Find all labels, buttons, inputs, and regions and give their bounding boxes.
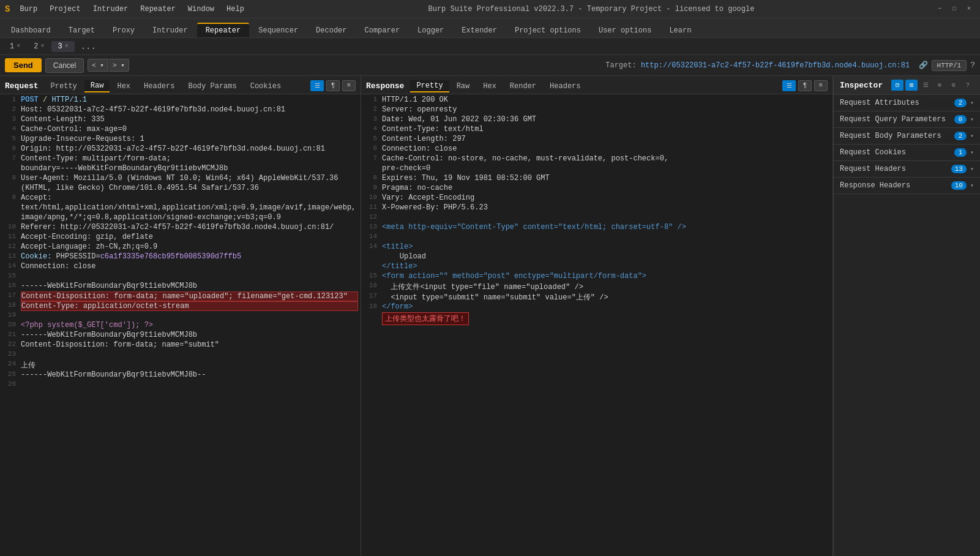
help-button[interactable]: ? xyxy=(970,61,975,70)
response-tab-render[interactable]: Render xyxy=(504,81,542,92)
nav-tab-decoder[interactable]: Decoder xyxy=(307,24,355,37)
tab-close-icon[interactable]: × xyxy=(65,43,69,50)
line-number xyxy=(2,164,16,174)
response-line: 14 xyxy=(361,233,832,242)
nav-tab-comparer[interactable]: Comparer xyxy=(356,24,409,37)
response-line: 5Content-Length: 297 xyxy=(361,135,832,145)
response-view-btn2[interactable]: ¶ xyxy=(798,80,812,91)
response-view-btn3[interactable]: ≡ xyxy=(814,80,828,91)
line-content: Pragma: no-cache xyxy=(382,184,830,193)
nav-tab-repeater[interactable]: Repeater xyxy=(197,23,250,37)
line-number: 12 xyxy=(2,242,16,252)
maximize-button[interactable]: □ xyxy=(948,3,960,15)
send-button[interactable]: Send xyxy=(5,58,42,72)
inspector-settings-btn[interactable]: ⚙ xyxy=(948,80,960,91)
response-panel-header: Response Pretty Raw Hex Render Headers ☰… xyxy=(361,76,832,94)
menu-item-burp[interactable]: Burp xyxy=(15,4,42,15)
line-content: Upload xyxy=(382,252,830,262)
request-tab-raw[interactable]: Raw xyxy=(84,80,110,92)
repeater-tab-3[interactable]: 3 × xyxy=(51,41,74,52)
tab-close-icon[interactable]: × xyxy=(17,43,20,50)
inspector-view-btn1[interactable]: ⊟ xyxy=(891,80,903,91)
inspector-section-request-headers[interactable]: Request Headers13▾ xyxy=(834,161,980,178)
inspector-view-btn2[interactable]: ⊠ xyxy=(905,80,918,91)
nav-prev-button[interactable]: < ▾ xyxy=(88,59,108,72)
nav-tab-target[interactable]: Target xyxy=(60,24,103,37)
repeater-tab-1[interactable]: 1 × xyxy=(4,41,26,52)
response-tab-raw[interactable]: Raw xyxy=(451,81,476,92)
repeater-tab-2[interactable]: 2 × xyxy=(28,41,50,52)
inspector-view-btn3[interactable]: ☰ xyxy=(919,80,932,91)
inspector-section-request-attributes[interactable]: Request Attributes2▾ xyxy=(834,95,980,111)
minimize-button[interactable]: − xyxy=(933,3,946,15)
nav-tab-user-options[interactable]: User options xyxy=(590,24,660,37)
tab-close-icon[interactable]: × xyxy=(40,43,44,50)
request-view-btn1[interactable]: ☰ xyxy=(310,80,324,91)
menu-item-intruder[interactable]: Intruder xyxy=(88,4,133,15)
request-tab-headers[interactable]: Headers xyxy=(138,81,181,92)
request-line: (KHTML, like Gecko) Chrome/101.0.4951.54… xyxy=(0,184,361,193)
line-content: Referer: http://05322031-a7c2-4f57-b22f-… xyxy=(21,223,358,233)
request-view-btn3[interactable]: ≡ xyxy=(342,80,356,91)
request-panel-toolbar: ☰ ¶ ≡ xyxy=(310,80,356,92)
http-version-badge[interactable]: HTTP/1 xyxy=(932,60,967,71)
nav-tab-logger[interactable]: Logger xyxy=(409,24,452,37)
line-content: Accept-Language: zh-CN,zh;q=0.9 xyxy=(21,242,358,252)
menu-item-window[interactable]: Window xyxy=(183,4,219,15)
response-tab-headers[interactable]: Headers xyxy=(544,81,586,92)
line-content: Content-Type: multipart/form-data; xyxy=(21,154,358,164)
inspector-section-request-cookies[interactable]: Request Cookies1▾ xyxy=(834,145,980,161)
target-url: Target: http://05322031-a7c2-4f57-b22f-4… xyxy=(133,61,928,70)
nav-tab-proxy[interactable]: Proxy xyxy=(104,24,143,37)
line-number: 7 xyxy=(2,154,16,164)
target-url-link[interactable]: http://05322031-a7c2-4f57-b22f-4619fe7bf… xyxy=(641,61,910,70)
line-content xyxy=(21,272,358,282)
response-line: 14<title> xyxy=(361,242,832,252)
line-number xyxy=(364,312,377,325)
chevron-down-icon: ▾ xyxy=(970,182,974,189)
request-tab-cookies[interactable]: Cookies xyxy=(244,81,287,92)
request-tab-pretty[interactable]: Pretty xyxy=(45,81,83,92)
nav-next-button[interactable]: > ▾ xyxy=(109,59,129,72)
line-content: Content-Length: 297 xyxy=(382,135,830,145)
repeater-tab-more[interactable]: ... xyxy=(76,40,101,53)
nav-tab-learn[interactable]: Learn xyxy=(660,24,700,37)
line-content: User-Agent: Mozilla/5.0 (Windows NT 10.0… xyxy=(21,174,358,184)
line-number xyxy=(2,203,16,213)
response-code-area[interactable]: 1HTTP/1.1 200 OK2Server: openresty3Date:… xyxy=(361,94,832,556)
menu-item-repeater[interactable]: Repeater xyxy=(135,4,181,15)
line-number: 1 xyxy=(2,96,16,105)
inspector-section-request-query-parameters[interactable]: Request Query Parameters0▾ xyxy=(834,111,980,128)
request-tab-bodyparams[interactable]: Body Params xyxy=(182,81,242,92)
line-number: 2 xyxy=(2,105,16,115)
inspector-section-request-body-parameters[interactable]: Request Body Parameters2▾ xyxy=(834,128,980,145)
line-content: <title> xyxy=(382,242,830,252)
response-tab-pretty[interactable]: Pretty xyxy=(410,80,449,92)
response-line: 17 <input type="submit" name="submit" va… xyxy=(361,292,832,302)
inspector-section-label: Request Attributes xyxy=(840,99,919,107)
menu-item-project[interactable]: Project xyxy=(45,4,85,15)
inspector-view-btn4[interactable]: ⊕ xyxy=(933,80,946,91)
response-tab-hex[interactable]: Hex xyxy=(477,81,503,92)
nav-tab-sequencer[interactable]: Sequencer xyxy=(250,24,307,37)
line-number: 13 xyxy=(2,252,16,262)
menu-item-help[interactable]: Help xyxy=(222,4,249,15)
line-content: Host: 05322031-a7c2-4f57-b22f-4619fe7bfb… xyxy=(21,105,358,115)
cancel-button[interactable]: Cancel xyxy=(45,58,84,73)
close-button[interactable]: × xyxy=(963,3,975,15)
inspector-help-btn[interactable]: ? xyxy=(962,80,974,91)
inspector-section-label: Request Query Parameters xyxy=(840,115,946,124)
nav-tab-project-options[interactable]: Project options xyxy=(506,24,589,37)
request-view-btn2[interactable]: ¶ xyxy=(326,80,340,91)
request-tab-hex[interactable]: Hex xyxy=(111,81,137,92)
line-number: 24 xyxy=(2,360,16,370)
line-number: 8 xyxy=(364,174,377,184)
nav-tab-extender[interactable]: Extender xyxy=(453,24,506,37)
inspector-section-response-headers[interactable]: Response Headers10▾ xyxy=(834,178,980,194)
request-code-area[interactable]: 1POST / HTTP/1.12Host: 05322031-a7c2-4f5… xyxy=(0,94,361,556)
nav-tab-dashboard[interactable]: Dashboard xyxy=(2,24,59,37)
line-number: 10 xyxy=(364,193,377,203)
nav-tab-intruder[interactable]: Intruder xyxy=(144,24,196,37)
chevron-down-icon: ▾ xyxy=(970,116,974,123)
response-view-btn1[interactable]: ☰ xyxy=(782,80,796,91)
